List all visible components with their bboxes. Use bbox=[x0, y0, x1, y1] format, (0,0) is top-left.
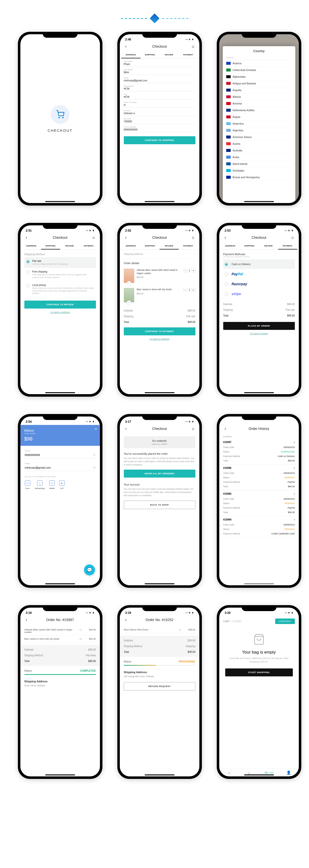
tab-shipping[interactable]: SHIPPING bbox=[140, 51, 160, 58]
back-icon[interactable]: ‹ bbox=[24, 235, 29, 240]
field-first-name[interactable]: First Name Pham bbox=[124, 59, 195, 67]
tab-review[interactable]: REVIEW bbox=[259, 242, 278, 249]
home-icon[interactable]: ⌂ bbox=[91, 235, 96, 240]
tab-search[interactable]: ⌕ bbox=[239, 771, 259, 775]
country-item[interactable]: Aland Islands bbox=[226, 161, 292, 167]
tab-review[interactable]: REVIEW bbox=[60, 242, 79, 249]
shipping-option[interactable]: Local pickupAllow customers to pick up o… bbox=[24, 281, 96, 297]
back-icon[interactable]: ‹ bbox=[223, 235, 228, 240]
tab-shipping[interactable]: SHIPPING bbox=[140, 242, 160, 249]
quantity-stepper[interactable]: − 1 + bbox=[184, 269, 195, 273]
back-address-link[interactable]: Go back to address bbox=[24, 309, 96, 316]
order-number-row[interactable]: #15994› bbox=[219, 516, 299, 523]
back-icon[interactable]: ‹ bbox=[124, 427, 128, 431]
country-item[interactable]: Netherlands Antilles bbox=[226, 107, 292, 114]
plus-icon[interactable]: + bbox=[191, 269, 195, 273]
country-item[interactable]: Angola bbox=[226, 114, 292, 120]
shipping-address-row[interactable]: Shipping Address› bbox=[124, 250, 195, 259]
remove-icon[interactable]: − bbox=[127, 281, 131, 285]
back-icon[interactable]: ‹ bbox=[124, 235, 128, 240]
email-field[interactable]: Email minhcasi@gmail.com✉ bbox=[20, 459, 100, 471]
country-item[interactable]: Andorra bbox=[226, 60, 292, 67]
country-item[interactable]: American Samoa bbox=[226, 134, 292, 141]
country-item[interactable]: Albania bbox=[226, 94, 292, 100]
continue-review-button[interactable]: CONTINUE TO REVIEW bbox=[24, 301, 96, 309]
order-number-row[interactable]: #15996› bbox=[219, 465, 299, 471]
home-icon[interactable]: ⌂ bbox=[290, 235, 295, 240]
country-item[interactable]: Anguilla bbox=[226, 87, 292, 94]
field-city[interactable]: City HCM bbox=[124, 91, 195, 99]
order-number-row[interactable]: #15997› bbox=[219, 439, 299, 445]
field-state-province[interactable]: State / Province H bbox=[124, 99, 195, 108]
pay-method-card[interactable]: ▭ Card bbox=[25, 480, 30, 490]
refund-button[interactable]: REFUND REQUEST bbox=[124, 682, 195, 690]
home-icon[interactable]: ⌂ bbox=[191, 427, 195, 431]
shipping-option[interactable]: Flat rateLets you charge a fixed rate fo… bbox=[24, 257, 96, 268]
checkout-button[interactable]: CHECKOUT bbox=[275, 619, 295, 624]
continue-shipping-button[interactable]: CONTINUE TO SHIPPING bbox=[124, 136, 195, 144]
field-country[interactable]: Country Vietnam ▾ bbox=[124, 108, 195, 116]
tab-address[interactable]: ADDRESS bbox=[121, 51, 140, 58]
start-shopping-button[interactable]: START SHOPPING bbox=[225, 669, 293, 676]
minus-icon[interactable]: − bbox=[184, 288, 188, 292]
phone-field[interactable]: Phone 0990999099✆ bbox=[20, 446, 100, 459]
home-icon[interactable]: ⌂ bbox=[191, 235, 195, 240]
tab-review[interactable]: REVIEW bbox=[160, 51, 179, 58]
tab-shipping[interactable]: SHIPPING bbox=[41, 242, 60, 249]
payment-option[interactable]: Cash on Delivery bbox=[223, 259, 295, 269]
pay-method-upi[interactable]: ▸ UPI bbox=[59, 480, 65, 490]
field-last-name[interactable]: Last Name Minh bbox=[124, 67, 195, 75]
country-item[interactable]: Antarctica bbox=[226, 120, 292, 127]
country-item[interactable]: Aruba bbox=[226, 154, 292, 161]
order-number-row[interactable]: #15995› bbox=[219, 491, 299, 497]
country-item[interactable]: Armenia bbox=[226, 100, 292, 107]
back-review-link[interactable]: Go back to review bbox=[223, 330, 295, 337]
tab-home[interactable]: ⌂ bbox=[219, 771, 239, 775]
country-item[interactable]: Australia bbox=[226, 147, 292, 154]
country-item[interactable]: Azerbaijan bbox=[226, 167, 292, 174]
back-icon[interactable]: ‹ bbox=[124, 618, 128, 622]
remove-icon[interactable]: − bbox=[127, 300, 131, 305]
country-item[interactable]: Austria bbox=[226, 141, 292, 147]
tab-address[interactable]: ADDRESS bbox=[22, 242, 41, 249]
quantity-stepper[interactable]: − 1 + bbox=[184, 288, 195, 292]
plus-icon[interactable]: + bbox=[191, 288, 195, 292]
back-shipping-link[interactable]: Go back to shipping bbox=[124, 335, 195, 343]
minus-icon[interactable]: − bbox=[184, 269, 188, 273]
back-to-shop-button[interactable]: BACK TO SHOP bbox=[124, 501, 195, 509]
field-email[interactable]: Email minhcasi@gmail.com bbox=[124, 75, 195, 83]
show-orders-button[interactable]: SHOW ALL MY ORDERED bbox=[124, 470, 195, 477]
back-icon[interactable]: ‹ bbox=[24, 618, 29, 622]
pay-method-netbanking[interactable]: ⌂ Netbanking bbox=[35, 480, 45, 490]
field-phone-number[interactable]: Phone Number 0990999099 bbox=[124, 124, 195, 132]
back-icon[interactable]: ‹ bbox=[223, 427, 228, 431]
continue-payment-button[interactable]: CONTINUE TO PAYMENT bbox=[124, 328, 195, 335]
tab-cart[interactable]: 🛍Cart bbox=[259, 771, 279, 775]
shipping-option[interactable]: Free shippingFree shipping is a special … bbox=[24, 268, 96, 281]
payment-option[interactable]: PayPal bbox=[223, 269, 295, 279]
search-input[interactable]: Search... bbox=[226, 55, 292, 60]
payment-option[interactable]: stripe bbox=[223, 289, 295, 299]
tab-payment[interactable]: PAYMENT bbox=[79, 242, 99, 249]
home-icon[interactable]: ⌂ bbox=[191, 44, 195, 49]
country-item[interactable]: United Arab Emirates bbox=[226, 67, 292, 73]
chat-fab[interactable]: 💬 bbox=[84, 564, 95, 576]
close-icon[interactable]: ✕ bbox=[94, 427, 97, 431]
tab-shipping[interactable]: SHIPPING bbox=[240, 242, 259, 249]
payment-option[interactable]: Razorpay bbox=[223, 279, 295, 289]
country-item[interactable]: Argentina bbox=[226, 127, 292, 134]
tab-payment[interactable]: PAYMENT bbox=[278, 242, 297, 249]
back-icon[interactable]: ‹ bbox=[124, 44, 128, 49]
country-item[interactable]: Afghanistan bbox=[226, 73, 292, 80]
country-item[interactable]: Antigua and Barbuda bbox=[226, 80, 292, 87]
tab-account[interactable]: 👤 bbox=[279, 771, 299, 775]
field-zip-code[interactable]: Zip-code 700000 bbox=[124, 116, 195, 124]
tab-review[interactable]: REVIEW bbox=[160, 242, 179, 249]
pay-method-wallet[interactable]: ▭ Wallet bbox=[49, 480, 55, 490]
tab-address[interactable]: ADDRESS bbox=[121, 242, 140, 249]
place-order-button[interactable]: PLACE MY ORDER bbox=[223, 322, 295, 330]
tab-payment[interactable]: PAYMENT bbox=[179, 242, 198, 249]
tab-address[interactable]: ADDRESS bbox=[221, 242, 240, 249]
field-street-name[interactable]: Street Name HCM bbox=[124, 83, 195, 91]
tab-payment[interactable]: PAYMENT bbox=[179, 51, 198, 58]
